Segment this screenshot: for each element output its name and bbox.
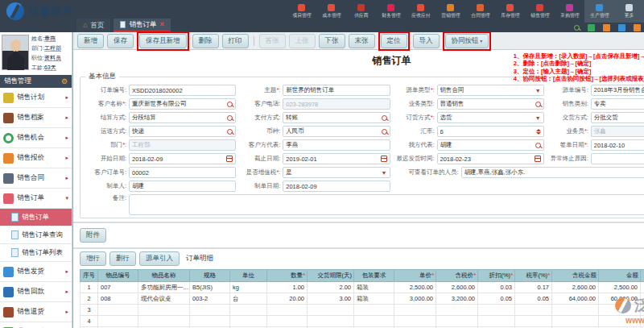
calendar-icon[interactable]: [535, 156, 541, 162]
dropdown-icon[interactable]: ▼: [535, 115, 541, 121]
cell-物品名称[interactable]: [138, 316, 190, 327]
remark-textarea[interactable]: [129, 194, 644, 215]
sidebar-item-销售订单查询[interactable]: 销售订单查询: [0, 226, 72, 244]
module-应收应付[interactable]: 应收应付: [406, 0, 436, 23]
search-icon[interactable]: [227, 115, 233, 121]
cell-含税价[interactable]: 2,600.00: [436, 282, 478, 293]
sidebar-item-销售计划[interactable]: 销售计划▸: [0, 88, 72, 108]
toolbar-button-定位[interactable]: 定位: [381, 34, 407, 48]
sidebar-item-销售订单列表[interactable]: 销售订单列表: [0, 244, 72, 262]
cell-税率(%)[interactable]: 0.17: [515, 282, 552, 293]
field-input-业务类型[interactable]: 普通销售: [437, 98, 544, 110]
module-合同管理[interactable]: 合同管理: [465, 0, 495, 23]
field-input-是否增值税[interactable]: 是▼: [283, 167, 390, 178]
module-生产管理[interactable]: 生产管理: [584, 0, 614, 23]
sidebar-item-销售档案[interactable]: 销售档案▸: [0, 108, 72, 128]
cell-交货期限(天)[interactable]: [308, 305, 354, 316]
tab-销售订单[interactable]: 销售订单×: [114, 19, 170, 32]
sidebar-item-销售订单[interactable]: 销售订单: [0, 209, 72, 226]
field-input-汇率[interactable]: 6: [437, 126, 544, 137]
cell-单位[interactable]: 台: [230, 293, 267, 305]
cell-数量[interactable]: 1.00: [267, 282, 308, 293]
search-icon[interactable]: [382, 115, 387, 121]
toolbar-button-新增[interactable]: 新增: [77, 34, 104, 48]
field-input-订单编号[interactable]: XSDD2018020002: [129, 85, 236, 96]
toolbar-button-下张[interactable]: 下张: [319, 34, 345, 48]
field-input-主题[interactable]: 新世界的销售订单: [283, 85, 390, 96]
cell-折扣(%)[interactable]: [478, 305, 515, 316]
field-input-制单人[interactable]: 胡建: [129, 181, 236, 192]
field-input-支付方式[interactable]: 转账: [283, 112, 390, 123]
sidebar-item-委托代销[interactable]: 委托代销▸: [0, 322, 72, 328]
field-input-最迟发货时间[interactable]: 2018-02-23: [437, 153, 544, 164]
cell-交货期限(天)[interactable]: 2.00: [308, 282, 354, 293]
cell-序号[interactable]: 1: [80, 282, 98, 293]
cell-单位[interactable]: [230, 316, 267, 327]
cell-包装要求[interactable]: [354, 305, 394, 316]
toolbar-button-导入[interactable]: 导入: [413, 34, 440, 48]
field-input-可查看订单的人员[interactable]: 胡建,章燕,张鑫,张小东.: [461, 167, 644, 178]
field-input-客户名称[interactable]: 重庆新世界有限公司: [129, 98, 236, 110]
cell-含税金额[interactable]: [552, 316, 599, 327]
toolbox-icon[interactable]: [603, 24, 610, 31]
search-icon[interactable]: [535, 143, 541, 148]
cell-物品编号[interactable]: 008: [98, 293, 138, 305]
module-成本管理[interactable]: 成本管理: [316, 0, 346, 23]
cell-单价[interactable]: 3,000.00: [394, 293, 436, 305]
search-icon[interactable]: [382, 129, 387, 135]
cell-包装要求[interactable]: [354, 316, 394, 327]
field-input-开始日期[interactable]: 2018-02-09: [129, 153, 236, 164]
cell-金额[interactable]: 2,500.00: [599, 282, 641, 293]
cell-金额[interactable]: 60,000.00: [599, 293, 641, 305]
field-input-源单类型[interactable]: 销售合同▼: [437, 85, 544, 96]
cell-含税金额[interactable]: 2,600.00: [552, 282, 599, 293]
cell-税率(%)[interactable]: [515, 305, 552, 316]
toolbar-button-末张[interactable]: 末张: [349, 34, 375, 48]
calendar-icon[interactable]: [381, 156, 387, 162]
expand-icon[interactable]: [588, 24, 595, 31]
module-更多[interactable]: 更多: [614, 0, 644, 23]
field-input-制单日期[interactable]: 2018-02-09: [283, 181, 390, 192]
field-input-订货方式[interactable]: 选货▼: [437, 112, 544, 123]
cell-金额[interactable]: [599, 316, 641, 327]
attachment-button[interactable]: 附件: [80, 228, 106, 243]
calendar-icon[interactable]: [226, 156, 233, 162]
cell-规格[interactable]: [190, 316, 230, 327]
field-input-部门[interactable]: 工程部: [129, 139, 236, 151]
sidebar-item-销售机会[interactable]: 销售机会▸: [0, 128, 72, 148]
cell-物品编号[interactable]: [98, 305, 138, 316]
cell-序号[interactable]: 3: [80, 305, 98, 316]
field-input-客户订单号[interactable]: 00002: [129, 167, 236, 178]
cell-包装要求[interactable]: 箱装: [354, 293, 394, 305]
field-input-运送方式[interactable]: 快递: [129, 126, 236, 137]
cell-税额[interactable]: 425.00: [641, 282, 644, 293]
tab-首页[interactable]: ⌂首页: [76, 19, 110, 32]
cell-数量[interactable]: [267, 316, 308, 327]
field-input-币种[interactable]: 人民币: [283, 126, 390, 137]
cell-折扣(%)[interactable]: 0.05: [478, 293, 515, 305]
search-icon[interactable]: [574, 25, 580, 31]
field-input-客户电话[interactable]: 023-283978: [283, 98, 390, 110]
module-库存管理[interactable]: 库存管理: [495, 0, 525, 23]
cell-含税价[interactable]: [436, 316, 478, 327]
search-icon[interactable]: [535, 102, 541, 107]
cell-包装要求[interactable]: 箱装: [354, 282, 394, 293]
cell-物品名称[interactable]: 现代会议桌: [138, 293, 190, 305]
field-input-签单日期[interactable]: 2018-02-10: [591, 139, 644, 151]
module-供应商[interactable]: 供应商: [346, 0, 376, 23]
user-orange-icon[interactable]: [634, 24, 641, 31]
cell-数量[interactable]: 20.00: [267, 293, 308, 305]
cell-规格[interactable]: [190, 305, 230, 316]
module-采购管理[interactable]: 采购管理: [555, 0, 584, 23]
cell-含税价[interactable]: [436, 305, 478, 316]
delete-row-button[interactable]: 删行: [109, 251, 136, 266]
toolbar-button-保存[interactable]: 保存: [107, 34, 134, 48]
field-input-我方代表[interactable]: 胡建: [437, 139, 544, 151]
sidebar-item-销售退货[interactable]: 销售退货▸: [0, 302, 72, 322]
cell-含税价[interactable]: 3,200.00: [436, 293, 478, 305]
cell-规格[interactable]: B5(JIS): [190, 282, 230, 293]
sidebar-item-销售回款[interactable]: 销售回款▸: [0, 282, 72, 302]
cell-折扣(%)[interactable]: 0.03: [478, 282, 515, 293]
sidebar-item-销售报价[interactable]: 销售报价▸: [0, 148, 72, 168]
cell-金额[interactable]: [599, 305, 641, 316]
